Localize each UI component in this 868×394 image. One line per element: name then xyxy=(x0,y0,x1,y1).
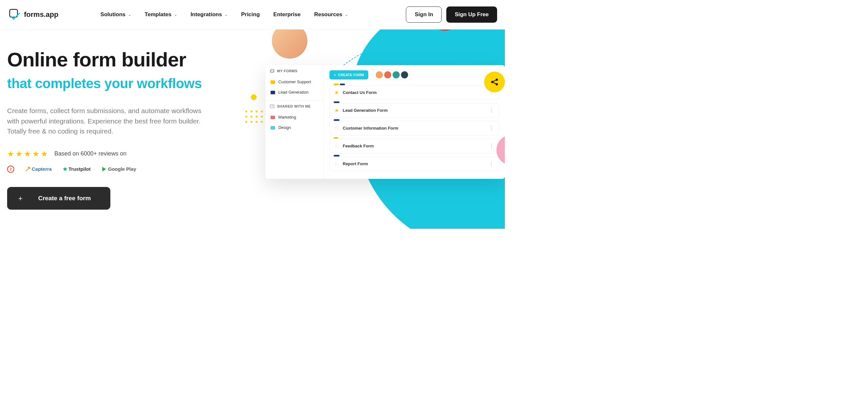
g2-icon: 2 xyxy=(7,166,14,173)
plus-icon: ＋ xyxy=(17,193,24,203)
avatar xyxy=(376,71,383,78)
star-icon: ★ xyxy=(63,166,67,172)
hero-copy: Online form builder that completes your … xyxy=(0,29,226,226)
form-card[interactable]: ★Contact Us Form⋮ xyxy=(330,85,499,100)
create-form-cta[interactable]: ＋ Create a free form xyxy=(7,187,111,209)
chevron-down-icon: ⌄ xyxy=(345,12,348,17)
hero-title: Online form builder xyxy=(7,49,226,70)
star-icon[interactable]: ☆ xyxy=(334,143,339,149)
folder-icon xyxy=(271,126,275,130)
folder-icon xyxy=(271,91,275,94)
plus-icon: + xyxy=(334,73,336,77)
form-card[interactable]: ☆Report Form⋮ xyxy=(330,157,499,171)
avatar xyxy=(384,71,391,78)
star-icon[interactable]: ★ xyxy=(334,89,339,95)
avatar xyxy=(401,71,408,78)
site-header: forms.app Solutions⌄ Templates⌄ Integrat… xyxy=(0,0,505,29)
capterra-logo[interactable]: Capterra xyxy=(25,166,52,172)
more-icon[interactable]: ⋮ xyxy=(489,161,494,167)
rating-row: ★ ★ ★ ★ ★ Based on 6000+ reviews on xyxy=(7,149,226,159)
share-badge xyxy=(484,72,505,92)
decor-dot-grid xyxy=(245,111,268,123)
hero-illustration: MY FORMS Customer Support Lead Generatio… xyxy=(233,23,505,229)
share-icon xyxy=(490,78,499,86)
mockup-sidebar: MY FORMS Customer Support Lead Generatio… xyxy=(266,65,323,179)
star-icon: ★ xyxy=(24,149,31,159)
logo[interactable]: forms.app xyxy=(8,8,58,21)
form-card[interactable]: ☆Customer Information Form⋮ xyxy=(330,121,499,136)
shared-icon xyxy=(270,104,274,108)
form-card[interactable]: ★Lead Generation Form⋮ xyxy=(330,103,499,118)
star-icon: ★ xyxy=(7,149,14,159)
nav-templates[interactable]: Templates⌄ xyxy=(145,11,177,18)
signin-button[interactable]: Sign In xyxy=(406,6,442,23)
hero-description: Create forms, collect form submissions, … xyxy=(7,106,214,136)
star-icon[interactable]: ☆ xyxy=(334,125,339,131)
signup-button[interactable]: Sign Up Free xyxy=(446,6,497,23)
svg-point-9 xyxy=(272,106,273,107)
rating-text: Based on 6000+ reviews on xyxy=(54,150,127,157)
folder-design[interactable]: Design xyxy=(266,122,323,133)
play-icon xyxy=(102,167,107,172)
review-sites: 2 Capterra ★ Trustpilot Google Play xyxy=(7,166,226,173)
app-mockup: MY FORMS Customer Support Lead Generatio… xyxy=(266,65,505,179)
hero-section: Online form builder that completes your … xyxy=(0,29,505,226)
folder-lead-generation[interactable]: Lead Generation xyxy=(266,87,323,97)
star-icon: ★ xyxy=(41,149,48,159)
star-rating: ★ ★ ★ ★ ★ xyxy=(7,149,48,159)
sidebar-header-myforms: MY FORMS xyxy=(266,65,323,77)
more-icon[interactable]: ⋮ xyxy=(489,107,494,113)
nav-pricing[interactable]: Pricing xyxy=(241,11,260,18)
mockup-toolbar: +CREATE FORM xyxy=(330,70,499,80)
svg-text:2: 2 xyxy=(10,168,12,171)
hero-subtitle: that completes your workflows xyxy=(7,76,226,91)
star-icon[interactable]: ★ xyxy=(334,107,339,113)
nav-solutions[interactable]: Solutions⌄ xyxy=(100,11,131,18)
arrow-icon xyxy=(25,167,30,172)
nav-resources[interactable]: Resources⌄ xyxy=(314,11,348,18)
chevron-down-icon: ⌄ xyxy=(174,12,177,17)
folders-icon xyxy=(270,69,274,73)
star-icon: ★ xyxy=(32,149,39,159)
decor-yellow-dot xyxy=(251,94,257,100)
nav-integrations[interactable]: Integrations⌄ xyxy=(191,11,227,18)
folder-marketing[interactable]: Marketing xyxy=(266,112,323,122)
mockup-main: +CREATE FORM ★Contact Us Form⋮ ★Lead Gen… xyxy=(323,65,505,179)
folder-icon xyxy=(271,80,275,84)
star-icon: ★ xyxy=(16,149,23,159)
logo-icon xyxy=(8,8,21,21)
nav-enterprise[interactable]: Enterprise xyxy=(274,11,301,18)
header-actions: Sign In Sign Up Free xyxy=(406,6,497,23)
main-nav: Solutions⌄ Templates⌄ Integrations⌄ Pric… xyxy=(100,11,348,18)
sidebar-header-shared: SHARED WITH ME xyxy=(266,100,323,112)
googleplay-logo[interactable]: Google Play xyxy=(102,166,136,172)
folder-customer-support[interactable]: Customer Support xyxy=(266,77,323,87)
avatar xyxy=(393,71,400,78)
star-icon[interactable]: ☆ xyxy=(334,161,339,167)
chevron-down-icon: ⌄ xyxy=(128,12,131,17)
more-icon[interactable]: ⋮ xyxy=(489,143,494,149)
g2-logo[interactable]: 2 xyxy=(7,166,14,173)
collaborator-avatars xyxy=(373,70,410,80)
chevron-down-icon: ⌄ xyxy=(225,12,227,17)
folder-icon xyxy=(271,116,275,119)
create-form-button[interactable]: +CREATE FORM xyxy=(330,70,368,79)
logo-text: forms.app xyxy=(24,10,58,19)
more-icon[interactable]: ⋮ xyxy=(489,125,494,131)
form-card[interactable]: ☆Feedback Form⋮ xyxy=(330,139,499,153)
trustpilot-logo[interactable]: ★ Trustpilot xyxy=(63,166,91,172)
